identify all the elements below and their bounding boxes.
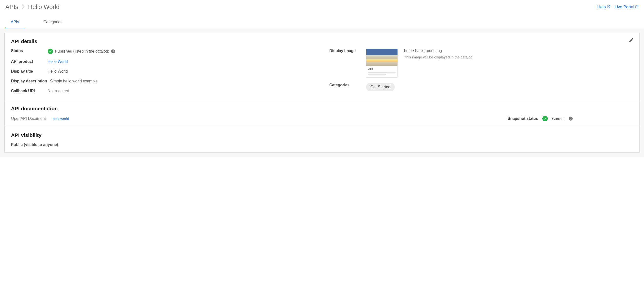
section-title-documentation: API documentation (11, 106, 633, 112)
status-value: Published (listed in the catalog) (55, 49, 109, 54)
thumb-caption: API (368, 68, 373, 71)
breadcrumb-current: Hello World (28, 4, 60, 11)
chevron-right-icon (22, 4, 25, 10)
section-title-details: API details (11, 38, 633, 44)
display-description-value: Simple hello world example (50, 79, 98, 83)
image-thumbnail[interactable]: API (366, 49, 398, 78)
api-product-link[interactable]: Hello World (48, 59, 68, 64)
breadcrumb-root[interactable]: APIs (5, 4, 18, 11)
rocket-launch-icon (366, 49, 398, 66)
openapi-document-label: OpenAPI Document (11, 116, 46, 121)
tabs: APIs Categories (0, 16, 644, 28)
check-circle-icon (48, 49, 53, 54)
tab-categories[interactable]: Categories (38, 16, 68, 28)
tab-apis[interactable]: APIs (5, 16, 24, 28)
help-icon[interactable]: ? (569, 117, 573, 121)
snapshot-status-value: Current (552, 117, 564, 121)
display-title-value: Hello World (48, 69, 68, 74)
external-link-icon (607, 5, 610, 10)
snapshot-status-label: Snapshot status (508, 116, 538, 121)
openapi-document-link[interactable]: helloworld (52, 117, 69, 121)
display-title-label: Display title (11, 69, 48, 74)
callback-url-label: Callback URL (11, 89, 48, 93)
breadcrumb: APIs Hello World (5, 4, 60, 11)
status-label: Status (11, 49, 48, 53)
callback-url-value: Not required (48, 89, 69, 93)
category-chip[interactable]: Get Started (366, 83, 395, 91)
visibility-value: Public (visible to anyone) (11, 143, 633, 147)
help-icon[interactable]: ? (111, 49, 115, 53)
categories-label: Categories (329, 83, 366, 87)
live-portal-link[interactable]: Live Portal (615, 5, 639, 10)
section-title-visibility: API visibility (11, 132, 633, 138)
image-help-text: This image will be displayed in the cata… (404, 55, 472, 59)
display-image-label: Display image (329, 49, 366, 53)
check-circle-icon (542, 116, 548, 121)
image-filename: home-background.jpg (404, 49, 472, 53)
edit-button[interactable] (628, 38, 634, 43)
external-link-icon (635, 5, 639, 10)
help-link[interactable]: Help (597, 5, 610, 10)
display-description-label: Display description (11, 79, 50, 83)
api-product-label: API product (11, 59, 48, 64)
